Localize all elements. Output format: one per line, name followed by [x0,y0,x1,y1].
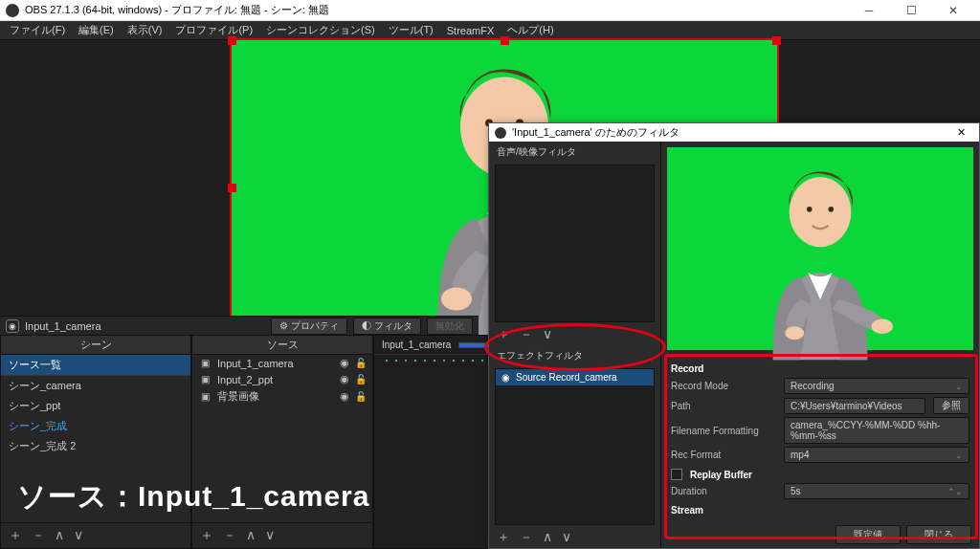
obs-logo-icon [495,127,506,139]
person-graphic [731,165,910,360]
close-dialog-button[interactable]: 閉じる [906,525,971,544]
filter-dialog-buttons: 既定値 閉じる [661,521,979,548]
stream-group: Stream [671,503,969,519]
sources-panel: ソース ▣ Input_1_camera ◉ 🔓 ▣ Input_2_ppt ◉… [191,335,373,549]
source-row[interactable]: ▣ 背景画像 ◉ 🔓 [192,387,372,406]
record-mode-select[interactable]: Recording⌄ [784,378,969,394]
filename-fmt-input[interactable]: camera_%CCYY-%MM-%DD %hh-%mm-%ss [784,417,969,444]
lock-icon[interactable]: 🔓 [355,374,367,384]
rec-format-label: Rec Format [671,450,776,460]
fx-down-button[interactable]: ∨ [562,529,571,546]
av-down-button[interactable]: ∨ [543,326,552,343]
filters-titlebar: 'Input_1_camera' のためのフィルタ ✕ [489,123,979,142]
defaults-button[interactable]: 既定値 [835,525,901,544]
svg-point-5 [871,318,893,333]
path-input[interactable]: C:¥Users¥tarmino¥Videos [784,398,925,414]
lock-icon[interactable]: 🔓 [355,358,367,368]
replay-buffer-label: Replay Buffer [690,470,752,480]
filters-button[interactable]: ◐ フィルタ [353,318,421,335]
visibility-icon[interactable]: ◉ [6,319,19,333]
source-type-icon: ▣ [198,358,212,368]
source-row[interactable]: ▣ Input_2_ppt ◉ 🔓 [192,371,372,387]
menu-profile[interactable]: プロファイル(P) [169,21,258,39]
source-controls-bar: ◉ Input_1_camera ⚙ プロパティ ◐ フィルタ 無効化 [0,316,479,335]
av-add-button[interactable]: ＋ [497,326,510,343]
window-title: OBS 27.1.3 (64-bit, windows) - プロファイル: 無… [25,3,329,17]
browse-button[interactable]: 参照 [933,397,969,414]
menu-bar: ファイル(F) 編集(E) 表示(V) プロファイル(P) シーンコレクション(… [0,21,980,40]
filters-close-icon[interactable]: ✕ [949,126,973,139]
window-titlebar: OBS 27.1.3 (64-bit, windows) - プロファイル: 無… [0,0,980,21]
add-source-button[interactable]: ＋ [200,527,213,544]
record-mode-label: Record Mode [671,381,776,391]
filters-right-pane: Record Record Mode Recording⌄ Path C:¥Us… [661,142,979,548]
sources-header: ソース [192,336,372,355]
menu-help[interactable]: ヘルプ(H) [501,21,559,39]
record-group: Record [671,362,969,378]
filters-dialog: 'Input_1_camera' のためのフィルタ ✕ 音声/映像フィルタ ＋ … [488,122,980,549]
duration-input[interactable]: 5s⌃⌄ [784,483,969,499]
source-up-button[interactable]: ∧ [246,527,256,544]
obs-logo-icon [6,4,19,17]
source-type-icon: ▣ [198,391,212,402]
av-remove-button[interactable]: － [520,326,533,343]
menu-file[interactable]: ファイル(F) [4,21,71,39]
menu-edit[interactable]: 編集(E) [73,21,120,39]
fx-up-button[interactable]: ∧ [543,529,552,546]
scenes-header: シーン [1,336,190,355]
menu-view[interactable]: 表示(V) [122,21,168,39]
fx-remove-button[interactable]: － [520,529,533,546]
remove-scene-button[interactable]: － [32,527,45,544]
fx-add-button[interactable]: ＋ [497,529,510,546]
scene-row[interactable]: ソース一覧 [1,355,190,376]
source-down-button[interactable]: ∨ [265,527,275,544]
menu-scene-collection[interactable]: シーンコレクション(S) [260,21,381,39]
svg-point-1 [441,288,472,311]
eye-icon[interactable]: ◉ [340,373,349,385]
fx-filters-label: エフェクトフィルタ [489,345,660,366]
current-source-name: Input_1_camera [25,320,121,332]
path-label: Path [671,401,776,411]
eye-icon[interactable]: ◉ [340,390,349,403]
effect-filter-row[interactable]: ◉ Source Record_camera [496,369,654,385]
scene-up-button[interactable]: ∧ [55,527,64,544]
filters-title: 'Input_1_camera' のためのフィルタ [512,125,679,140]
scenes-footer: ＋ － ∧ ∨ [1,522,190,548]
eye-icon[interactable]: ◉ [340,357,349,369]
scene-row[interactable]: シーン_camera [1,376,190,396]
remove-source-button[interactable]: － [223,527,236,544]
av-filters-list[interactable] [495,165,655,322]
source-type-icon: ▣ [198,374,212,384]
maximize-button[interactable]: ☐ [890,0,932,21]
fx-filters-list[interactable]: ◉ Source Record_camera [495,368,655,526]
filename-fmt-label: Filename Formatting [671,426,776,436]
filters-left-pane: 音声/映像フィルタ ＋ － ∨ エフェクトフィルタ ◉ Source Recor… [489,142,661,548]
lock-icon[interactable]: 🔓 [355,391,367,402]
scene-row[interactable]: シーン_ppt [1,396,190,416]
eye-icon[interactable]: ◉ [501,372,510,383]
disable-button[interactable]: 無効化 [427,318,473,335]
add-scene-button[interactable]: ＋ [9,527,22,544]
av-filters-label: 音声/映像フィルタ [489,142,660,163]
filter-properties: Record Record Mode Recording⌄ Path C:¥Us… [661,356,979,521]
svg-point-8 [828,207,834,212]
caption-text: ソース：Input_1_camera [17,477,369,516]
properties-button[interactable]: ⚙ プロパティ [271,318,347,335]
minimize-button[interactable]: ─ [848,0,890,21]
source-row[interactable]: ▣ Input_1_camera ◉ 🔓 [192,355,372,371]
menu-tools[interactable]: ツール(T) [383,21,439,39]
close-button[interactable]: ✕ [932,0,974,21]
rec-format-select[interactable]: mp4⌄ [784,447,969,463]
scenes-panel: シーン ソース一覧 シーン_camera シーン_ppt シーン_完成 シーン_… [0,335,191,549]
filter-preview [667,147,973,350]
replay-buffer-checkbox[interactable] [671,469,682,480]
scene-row[interactable]: シーン_完成 [1,416,190,436]
svg-point-4 [790,177,852,247]
duration-label: Duration [671,486,776,496]
scene-down-button[interactable]: ∨ [74,527,83,544]
scene-row[interactable]: シーン_完成 2 [1,436,190,456]
menu-streamfx[interactable]: StreamFX [441,23,501,38]
sources-footer: ＋ － ∧ ∨ [192,522,372,548]
svg-point-6 [785,326,804,340]
svg-point-7 [807,207,813,212]
